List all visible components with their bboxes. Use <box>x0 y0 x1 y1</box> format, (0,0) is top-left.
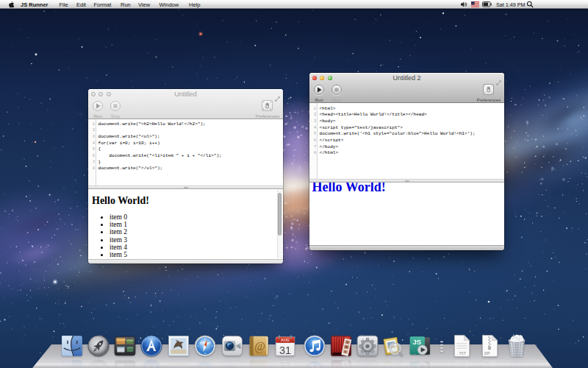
svg-text:31: 31 <box>279 344 291 356</box>
svg-text:@: @ <box>254 363 265 368</box>
svg-text:AUG: AUG <box>281 338 290 342</box>
svg-text:31: 31 <box>279 360 291 368</box>
svg-text:ZIP: ZIP <box>484 360 490 364</box>
svg-text:ZIP: ZIP <box>484 351 490 355</box>
svg-text:.TXT: .TXT <box>458 360 466 364</box>
svg-text:@: @ <box>254 340 265 353</box>
svg-text:.TXT: .TXT <box>458 351 466 355</box>
svg-text:JS: JS <box>412 338 421 346</box>
